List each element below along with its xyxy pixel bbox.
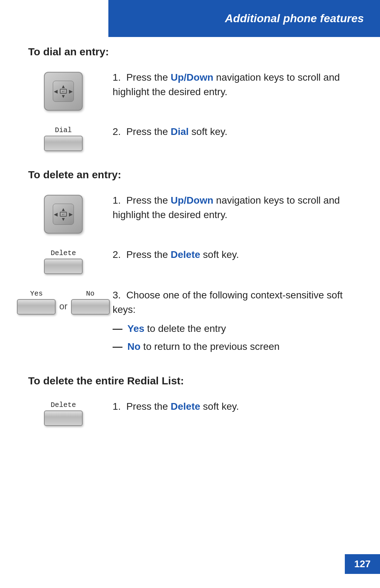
- redial-delete-button[interactable]: [44, 410, 83, 426]
- bullet-no: — No to return to the previous screen: [113, 340, 352, 354]
- highlight-no: No: [127, 341, 140, 352]
- text-del-1: Press the: [126, 195, 171, 206]
- text-redial-2: soft key.: [200, 401, 239, 412]
- highlight-yes: Yes: [127, 323, 144, 334]
- nav-center-row: ◀ ↵ ▶: [54, 89, 73, 94]
- yes-no-buttons: Yes or No: [17, 290, 109, 315]
- nav-key-inner-2: ▲ ◀ ↵ ▶ ▼: [53, 204, 74, 225]
- main-content: To dial an entry: ▲ ◀ ↵ ▶: [0, 0, 380, 472]
- page-footer: 127: [345, 554, 380, 574]
- dial-key-label: Dial: [55, 126, 72, 134]
- step-number-d2: 2.: [113, 249, 126, 260]
- dial-step-1-text: 1. Press the Up/Down navigation keys to …: [99, 70, 352, 99]
- step-number-2: 2.: [113, 126, 126, 137]
- no-key-label: No: [86, 290, 95, 298]
- redial-softkey-image: Delete: [28, 400, 99, 426]
- section-heading-redial: To delete the entire Redial List:: [28, 375, 352, 387]
- arrow-up-2: ▲: [61, 207, 66, 212]
- yes-soft-key: Yes: [17, 290, 56, 315]
- nav-arrows: ▲ ◀ ↵ ▶ ▼: [54, 84, 73, 99]
- arrow-left-2: ◀: [54, 212, 58, 217]
- delete-step-1: ▲ ◀ ↵ ▶ ▼ 1. Pre: [28, 193, 352, 234]
- enter-button-2: ↵: [60, 212, 67, 217]
- delete-step-2-text: 2. Press the Delete soft key.: [99, 248, 352, 262]
- step-number-d1: 1.: [113, 195, 126, 206]
- text-delkey-2: soft key.: [200, 249, 239, 260]
- section-delete-entry: To delete an entry: ▲ ◀ ↵ ▶: [28, 169, 352, 357]
- text-dial-2: soft key.: [189, 126, 227, 137]
- redial-delete-label: Delete: [51, 401, 76, 409]
- nav-arrows-2: ▲ ◀ ↵ ▶ ▼: [54, 207, 73, 222]
- nav-key-inner: ▲ ◀ ↵ ▶ ▼: [53, 81, 74, 102]
- or-label: or: [59, 301, 67, 312]
- text-redial-1: Press the: [126, 401, 171, 412]
- redial-step-1: Delete 1. Press the Delete soft key.: [28, 400, 352, 426]
- delete-softkey-image: Delete: [28, 248, 99, 274]
- dial-step-2-text: 2. Press the Dial soft key.: [99, 125, 352, 139]
- nav-key-widget: ▲ ◀ ↵ ▶ ▼: [44, 72, 83, 111]
- highlight-updown: Up/Down: [171, 72, 213, 83]
- delete-step-2: Delete 2. Press the Delete soft key.: [28, 248, 352, 274]
- yes-key-button[interactable]: [17, 299, 56, 315]
- arrow-up: ▲: [61, 84, 66, 89]
- section-heading-dial: To dial an entry:: [28, 46, 352, 58]
- page-number: 127: [354, 558, 371, 570]
- highlight-dial: Dial: [171, 126, 189, 137]
- arrow-left: ◀: [54, 89, 58, 94]
- dial-key-button[interactable]: [44, 136, 83, 151]
- highlight-redial-delete: Delete: [171, 401, 200, 412]
- delete-step-3-text: 3. Choose one of the following context-s…: [99, 288, 352, 357]
- section-delete-redial: To delete the entire Redial List: Delete…: [28, 375, 352, 426]
- dial-softkey-image: Dial: [28, 125, 99, 151]
- bullet-yes-text: Yes to delete the entry: [127, 322, 226, 336]
- enter-symbol: ↵: [62, 89, 65, 93]
- delete-key-label: Delete: [51, 249, 76, 257]
- bullet-yes: — Yes to delete the entry: [113, 322, 352, 336]
- header-title: Additional phone features: [225, 12, 364, 25]
- dial-soft-key: Dial: [44, 126, 83, 151]
- delete-soft-key: Delete: [44, 249, 83, 274]
- arrow-right: ▶: [69, 89, 73, 94]
- nav-center-row-2: ◀ ↵ ▶: [54, 212, 73, 217]
- header-bar: Additional phone features: [108, 0, 380, 37]
- step-number-d3: 3.: [113, 290, 126, 301]
- bullet-no-text: No to return to the previous screen: [127, 340, 280, 354]
- dash-yes: —: [113, 322, 122, 336]
- step3-intro: Choose one of the following context-sens…: [113, 290, 343, 315]
- arrow-down: ▼: [61, 94, 66, 99]
- yes-key-label: Yes: [30, 290, 43, 298]
- context-key-list: — Yes to delete the entry — No to return…: [113, 322, 352, 354]
- step-number: 1.: [113, 72, 126, 83]
- text-part-1: Press the: [126, 72, 171, 83]
- dial-step-2: Dial 2. Press the Dial soft key.: [28, 125, 352, 151]
- step-number-r1: 1.: [113, 401, 126, 412]
- text-dial-1: Press the: [126, 126, 171, 137]
- enter-symbol-2: ↵: [62, 212, 65, 216]
- nav-key-image-2: ▲ ◀ ↵ ▶ ▼: [28, 193, 99, 234]
- section-dial-entry: To dial an entry: ▲ ◀ ↵ ▶: [28, 46, 352, 151]
- arrow-down-2: ▼: [61, 217, 66, 222]
- arrow-right-2: ▶: [69, 212, 73, 217]
- redial-delete-soft-key: Delete: [44, 401, 83, 426]
- dash-no: —: [113, 340, 122, 354]
- delete-step-1-text: 1. Press the Up/Down navigation keys to …: [99, 193, 352, 222]
- delete-key-button[interactable]: [44, 259, 83, 274]
- redial-step-1-text: 1. Press the Delete soft key.: [99, 400, 352, 414]
- yes-no-image: Yes or No: [28, 288, 99, 315]
- highlight-delete: Delete: [171, 249, 200, 260]
- enter-button: ↵: [60, 89, 67, 94]
- highlight-updown-2: Up/Down: [171, 195, 213, 206]
- section-heading-delete: To delete an entry:: [28, 169, 352, 181]
- text-delkey-1: Press the: [126, 249, 171, 260]
- delete-step-3: Yes or No 3. Choose one of the following…: [28, 288, 352, 357]
- nav-key-image-1: ▲ ◀ ↵ ▶ ▼: [28, 70, 99, 111]
- nav-key-widget-2: ▲ ◀ ↵ ▶ ▼: [44, 195, 83, 234]
- dial-step-1: ▲ ◀ ↵ ▶ ▼ 1. Pre: [28, 70, 352, 111]
